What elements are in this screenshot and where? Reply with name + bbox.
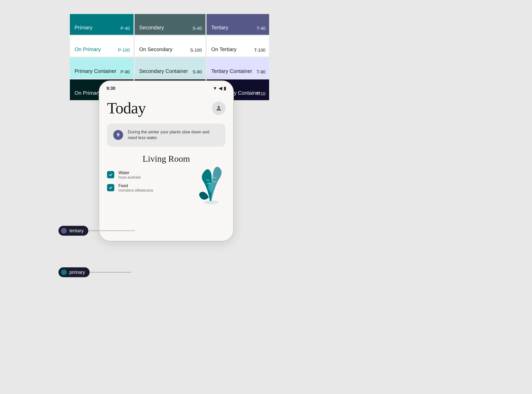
primary-annotation: primary [58,267,131,277]
color-code: P-90 [121,70,130,75]
status-time: 9:30 [107,86,115,91]
checkbox-feed[interactable] [107,184,114,191]
plant-illustration [194,163,228,205]
task-text-feed: Feed monstera siltepecana [118,184,153,192]
status-icons: ▼ ◀ ▮ [213,86,226,91]
color-cell-t100: On TertiaryT-100 [207,36,269,57]
color-code: S-40 [192,26,202,31]
color-cell-p90: Primary ContainerP-90 [70,58,134,78]
signal-icon: ◀ [219,86,222,91]
status-bar: 9:30 ▼ ◀ ▮ [99,81,233,94]
task-list: Water hoya australis Feed monstera silte… [107,168,225,194]
svg-point-0 [218,106,220,108]
phone-frame: 9:30 ▼ ◀ ▮ Today [99,80,234,241]
color-cell-p100: On PrimaryP-100 [70,36,134,57]
color-code: S-90 [192,70,202,75]
primary-dot [61,269,67,275]
page-title: Today [107,99,146,117]
tertiary-pill: tertiary [58,226,88,236]
color-cell-s90: Secondary ContainerS-90 [135,58,205,78]
color-code: T-10 [257,91,265,97]
checkbox-water[interactable] [107,171,114,178]
color-cell-t90: Tertiary ContainerT-90 [207,58,269,78]
color-cell-t40: TertiaryT-40 [207,14,269,35]
task-text-water: Water hoya australis [118,171,141,179]
color-cell-s100: On SecondaryS-100 [135,36,205,57]
color-label: Secondary [139,25,201,31]
color-code: T-100 [254,48,265,53]
primary-label: primary [69,270,85,275]
phone-header: Today [107,99,225,117]
lightbulb-icon [113,130,123,140]
info-card: During the winter your plants slow down … [107,124,225,147]
tertiary-annotation: tertiary [58,226,135,236]
tertiary-dot [61,228,67,234]
wifi-icon: ▼ [213,86,217,91]
color-code: S-100 [190,48,202,53]
color-code: T-90 [257,70,265,75]
tertiary-line [88,230,135,231]
color-code: T-40 [257,26,265,31]
primary-pill: primary [58,267,90,277]
color-code: P-40 [121,26,130,31]
color-code: P-100 [118,48,130,53]
color-cell-p40: PrimaryP-40 [70,14,134,35]
battery-icon: ▮ [224,86,226,91]
color-cell-s40: SecondaryS-40 [135,14,205,35]
phone-mockup: 9:30 ▼ ◀ ▮ Today [99,80,234,241]
primary-line [90,272,131,273]
avatar-button[interactable] [212,101,225,115]
color-label: Secondary Container [139,68,201,74]
section-title: Living Room [107,154,225,164]
phone-content: Today During the winter your plants slow… [99,94,233,205]
info-text: During the winter your plants slow down … [128,129,219,141]
tertiary-label: tertiary [69,228,84,234]
